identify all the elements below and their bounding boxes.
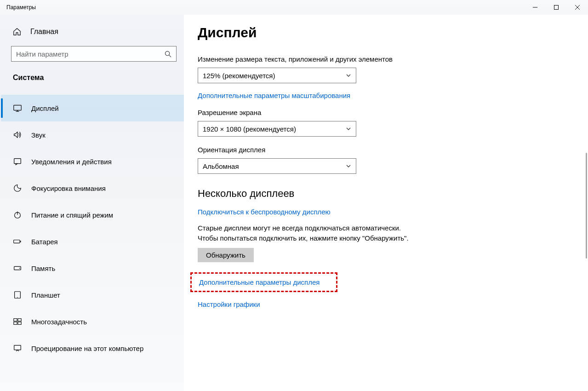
- svg-rect-21: [18, 322, 21, 324]
- svg-rect-19: [18, 319, 21, 321]
- svg-rect-12: [14, 240, 20, 243]
- sidebar-item-projecting[interactable]: Проецирование на этот компьютер: [1, 335, 184, 362]
- svg-rect-9: [14, 159, 21, 164]
- advanced-display-link[interactable]: Дополнительные параметры дисплея: [199, 278, 320, 286]
- sidebar-item-label: Планшет: [31, 291, 60, 299]
- svg-rect-18: [14, 319, 17, 321]
- svg-point-4: [165, 51, 169, 55]
- orientation-select-value: Альбомная: [203, 162, 239, 170]
- search-input[interactable]: Найти параметр: [11, 46, 177, 62]
- scale-select-value: 125% (рекомендуется): [203, 72, 275, 80]
- sidebar-item-label: Фокусировка внимания: [31, 184, 106, 192]
- tablet-icon: [13, 290, 22, 299]
- sidebar-item-label: Звук: [31, 131, 46, 139]
- nav-list: Дисплей Звук Уведомления и действия: [1, 95, 184, 362]
- content-area: Главная Найти параметр Система Дисплей: [0, 15, 588, 391]
- chevron-down-icon: [346, 73, 351, 78]
- old-displays-help: Старые дисплеи могут не всегда подключат…: [198, 223, 588, 243]
- sidebar-item-tablet[interactable]: Планшет: [1, 282, 184, 308]
- multitasking-icon: [13, 317, 22, 326]
- resolution-label: Разрешение экрана: [198, 109, 588, 116]
- sound-icon: [13, 130, 22, 139]
- page-title: Дисплей: [198, 15, 588, 41]
- close-button[interactable]: [567, 0, 588, 15]
- sidebar-item-storage[interactable]: Память: [1, 255, 184, 282]
- sidebar-item-display[interactable]: Дисплей: [1, 95, 184, 121]
- svg-line-5: [169, 55, 171, 57]
- connect-wireless-link[interactable]: Подключиться к беспроводному дисплею: [198, 208, 331, 216]
- svg-rect-13: [20, 241, 21, 242]
- sidebar-item-focus-assist[interactable]: Фокусировка внимания: [1, 175, 184, 201]
- search-row: Найти параметр: [1, 41, 184, 66]
- scale-section-heading-cut: Масштаб и разметка: [198, 39, 588, 46]
- detect-button[interactable]: Обнаружить: [198, 248, 254, 262]
- storage-icon: [13, 264, 22, 273]
- multiple-displays-heading: Несколько дисплеев: [198, 188, 588, 200]
- notifications-icon: [13, 157, 22, 166]
- svg-rect-22: [14, 345, 21, 350]
- sidebar-item-sound[interactable]: Звук: [1, 121, 184, 148]
- sidebar-item-label: Уведомления и действия: [31, 158, 112, 166]
- chevron-down-icon: [346, 126, 351, 132]
- settings-window: Параметры Главная Найти парам: [0, 0, 588, 391]
- category-heading: Система: [1, 66, 184, 87]
- scale-select[interactable]: 125% (рекомендуется): [198, 68, 356, 83]
- graphics-settings-link[interactable]: Настройки графики: [198, 300, 260, 308]
- projecting-icon: [13, 344, 22, 353]
- battery-icon: [13, 237, 22, 246]
- focus-assist-icon: [13, 184, 22, 193]
- window-title: Параметры: [6, 4, 36, 11]
- resolution-select[interactable]: 1920 × 1080 (рекомендуется): [198, 121, 356, 137]
- home-icon: [13, 28, 21, 36]
- sidebar-item-label: Питание и спящий режим: [31, 211, 113, 219]
- svg-rect-1: [554, 6, 559, 10]
- scrollbar[interactable]: [586, 153, 587, 259]
- maximize-button[interactable]: [546, 0, 567, 15]
- orientation-label: Ориентация дисплея: [198, 146, 588, 154]
- monitor-icon: [13, 104, 22, 113]
- sidebar-item-label: Многозадачность: [31, 318, 87, 326]
- svg-rect-6: [14, 105, 21, 110]
- power-icon: [13, 210, 22, 219]
- sidebar-item-battery[interactable]: Батарея: [1, 228, 184, 255]
- main-panel: Дисплей Масштаб и разметка Изменение раз…: [184, 15, 588, 391]
- advanced-scaling-link[interactable]: Дополнительные параметры масштабирования: [198, 92, 350, 99]
- resolution-select-value: 1920 × 1080 (рекомендуется): [203, 125, 296, 133]
- chevron-down-icon: [346, 163, 351, 169]
- titlebar: Параметры: [0, 0, 588, 15]
- sidebar-item-label: Память: [31, 264, 55, 272]
- sidebar-item-label: Дисплей: [31, 104, 59, 112]
- sidebar: Главная Найти параметр Система Дисплей: [0, 15, 184, 391]
- svg-rect-20: [14, 322, 17, 324]
- scale-label: Изменение размера текста, приложений и д…: [198, 55, 588, 63]
- svg-point-17: [17, 297, 17, 298]
- sidebar-item-label: Батарея: [31, 238, 58, 246]
- advanced-display-highlight: Дополнительные параметры дисплея: [190, 272, 337, 292]
- home-link[interactable]: Главная: [1, 22, 184, 41]
- svg-point-15: [19, 268, 20, 269]
- sidebar-item-label: Проецирование на этот компьютер: [31, 345, 143, 352]
- window-controls: [525, 0, 588, 15]
- search-placeholder: Найти параметр: [16, 50, 165, 58]
- minimize-button[interactable]: [525, 0, 546, 15]
- home-label: Главная: [30, 28, 58, 36]
- sidebar-item-notifications[interactable]: Уведомления и действия: [1, 148, 184, 175]
- sidebar-item-multitasking[interactable]: Многозадачность: [1, 308, 184, 335]
- orientation-select[interactable]: Альбомная: [198, 158, 356, 174]
- sidebar-item-power[interactable]: Питание и спящий режим: [1, 201, 184, 228]
- search-icon: [165, 51, 171, 58]
